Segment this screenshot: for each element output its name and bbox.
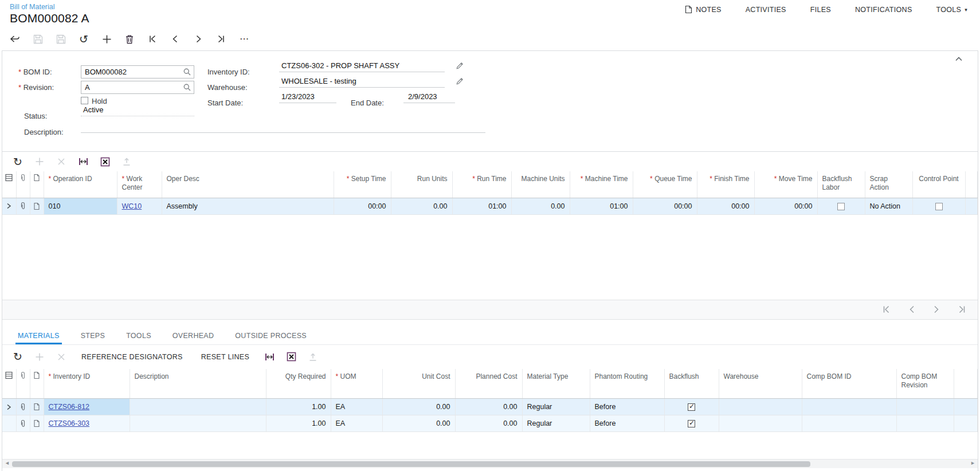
horizontal-scrollbar[interactable]: ◄ ► (2, 459, 978, 468)
go-previous-button[interactable] (164, 29, 187, 49)
cell-unit-cost[interactable]: 0.00 (382, 415, 455, 432)
scroll-right-arrow-icon[interactable]: ► (970, 460, 975, 466)
search-icon[interactable] (183, 83, 191, 92)
col-machine-time[interactable]: Machine Time (570, 171, 633, 198)
col-setup-time[interactable]: Setup Time (334, 171, 391, 198)
cell-run-time[interactable]: 01:00 (452, 198, 511, 214)
tab-tools[interactable]: TOOLS (126, 327, 151, 344)
col-move-time[interactable]: Move Time (754, 171, 817, 198)
cell-material-type[interactable]: Regular (522, 415, 590, 432)
col-phantom-routing[interactable]: Phantom Routing (590, 369, 664, 399)
cell-queue-time[interactable]: 00:00 (633, 198, 697, 214)
cell-finish-time[interactable]: 00:00 (697, 198, 754, 214)
tools-menu-item[interactable]: TOOLS ▾ (936, 6, 967, 14)
row-paperclip-icon[interactable] (16, 198, 30, 214)
notifications-menu-item[interactable]: NOTIFICATIONS (855, 6, 912, 14)
cell-phantom-routing[interactable]: Before (590, 415, 664, 432)
col-backflush[interactable]: Backflush (664, 369, 719, 399)
inventory-id-link[interactable]: CTZS06-812 (49, 403, 90, 411)
cell-planned-cost[interactable]: 0.00 (455, 415, 522, 432)
control-point-checkbox[interactable] (935, 203, 943, 210)
cell-scrap-action[interactable]: No Action (865, 198, 912, 214)
start-date-value[interactable]: 1/23/2023 (279, 91, 336, 103)
scroll-left-arrow-icon[interactable]: ◄ (5, 460, 10, 466)
export-to-excel-button[interactable] (94, 153, 116, 170)
bom-id-input[interactable] (81, 66, 194, 78)
cell-setup-time[interactable]: 00:00 (334, 198, 391, 214)
row-note-icon[interactable] (30, 198, 44, 214)
cell-work-center[interactable]: WC10 (117, 198, 162, 214)
warehouse-value[interactable]: WHOLESALE - testing (279, 75, 445, 88)
cell-comp-bom-revision[interactable] (896, 399, 954, 415)
grid-settings-icon[interactable] (2, 369, 16, 399)
inventory-id-link[interactable]: CTZS06-303 (49, 419, 90, 427)
cell-operation-id[interactable]: 010 (44, 198, 117, 214)
current-row-marker-icon[interactable] (2, 198, 16, 214)
load-records-button[interactable] (302, 348, 324, 366)
breadcrumb-bill-of-material[interactable]: Bill of Material (10, 3, 55, 11)
edit-pencil-icon[interactable] (456, 77, 464, 85)
cell-phantom-routing[interactable]: Before (590, 399, 664, 415)
col-description[interactable]: Description (130, 369, 266, 399)
cell-comp-bom-revision[interactable] (896, 415, 954, 432)
row-paperclip-icon[interactable] (16, 415, 30, 432)
row-paperclip-icon[interactable] (16, 399, 30, 415)
cell-run-units[interactable]: 0.00 (391, 198, 452, 214)
tab-outside-process[interactable]: OUTSIDE PROCESS (235, 327, 307, 344)
col-comp-bom-id[interactable]: Comp BOM ID (802, 369, 896, 399)
go-first-button[interactable] (141, 29, 164, 49)
cell-comp-bom-id[interactable] (802, 415, 896, 432)
row-marker-empty[interactable] (2, 415, 16, 432)
col-unit-cost[interactable]: Unit Cost (382, 369, 455, 399)
load-records-button[interactable] (116, 153, 138, 170)
scrollbar-thumb[interactable] (12, 461, 810, 467)
backflush-checkbox[interactable] (688, 420, 695, 427)
cell-planned-cost[interactable]: 0.00 (455, 399, 522, 415)
activities-menu-item[interactable]: ACTIVITIES (746, 6, 786, 14)
cell-machine-units[interactable]: 0.00 (511, 198, 570, 214)
cell-comp-bom-id[interactable] (802, 399, 896, 415)
col-oper-desc[interactable]: Oper Desc (162, 171, 334, 198)
col-scrap-action[interactable]: Scrap Action (865, 171, 912, 198)
back-button[interactable] (3, 29, 26, 49)
backflush-labor-checkbox[interactable] (837, 203, 845, 210)
pager-first-button[interactable] (882, 305, 891, 313)
pager-previous-button[interactable] (908, 305, 915, 313)
cell-description[interactable] (130, 415, 266, 432)
pager-next-button[interactable] (933, 305, 940, 313)
reference-designators-button[interactable]: REFERENCE DESIGNATORS (72, 353, 192, 361)
collapse-panel-button[interactable] (955, 56, 963, 62)
delete-row-button[interactable] (50, 153, 72, 170)
search-icon[interactable] (183, 68, 191, 76)
refresh-button[interactable]: ↻ (7, 348, 29, 366)
col-planned-cost[interactable]: Planned Cost (455, 369, 522, 399)
backflush-checkbox[interactable] (688, 403, 695, 411)
end-date-value[interactable]: 2/9/2023 (403, 91, 455, 103)
revision-input[interactable] (81, 81, 194, 93)
grid-settings-icon[interactable] (2, 171, 16, 198)
row-note-icon[interactable] (30, 399, 44, 415)
cell-material-type[interactable]: Regular (522, 399, 590, 415)
save-button[interactable] (49, 29, 72, 49)
delete-row-button[interactable] (50, 348, 72, 366)
cell-uom[interactable]: EA (331, 415, 382, 432)
add-row-button[interactable] (29, 348, 50, 366)
more-actions-button[interactable]: ⋯ (233, 29, 256, 49)
col-control-point[interactable]: Control Point (912, 171, 965, 198)
files-menu-item[interactable]: FILES (810, 6, 831, 14)
cell-description[interactable] (130, 399, 266, 415)
col-finish-time[interactable]: Finish Time (697, 171, 754, 198)
current-row-marker-icon[interactable] (2, 399, 16, 415)
cell-inventory-id[interactable]: CTZS06-303 (44, 415, 130, 432)
go-next-button[interactable] (187, 29, 210, 49)
col-warehouse[interactable]: Warehouse (719, 369, 802, 399)
col-backflush-labor[interactable]: Backflush Labor (817, 171, 865, 198)
fit-width-button[interactable] (258, 348, 280, 366)
tab-overhead[interactable]: OVERHEAD (173, 327, 214, 344)
col-run-units[interactable]: Run Units (391, 171, 452, 198)
col-work-center[interactable]: Work Center (117, 171, 162, 198)
cell-warehouse[interactable] (719, 399, 802, 415)
cell-uom[interactable]: EA (331, 399, 382, 415)
go-last-button[interactable] (210, 29, 233, 49)
cell-machine-time[interactable]: 01:00 (570, 198, 633, 214)
